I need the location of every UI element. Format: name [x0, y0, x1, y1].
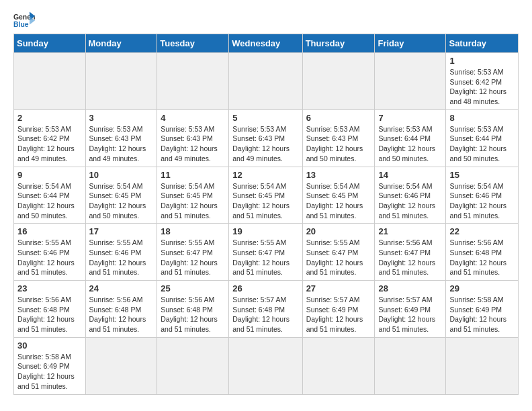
calendar-cell: 10Sunrise: 5:54 AMSunset: 6:45 PMDayligh… — [85, 167, 157, 224]
calendar-cell: 8Sunrise: 5:53 AMSunset: 6:44 PMDaylight… — [446, 109, 519, 167]
calendar-cell: 7Sunrise: 5:53 AMSunset: 6:44 PMDaylight… — [375, 109, 446, 167]
calendar-cell: 13Sunrise: 5:54 AMSunset: 6:45 PMDayligh… — [302, 167, 375, 224]
calendar-cell: 6Sunrise: 5:53 AMSunset: 6:43 PMDaylight… — [302, 109, 375, 167]
calendar-cell — [375, 337, 446, 394]
day-info: Sunrise: 5:57 AMSunset: 6:49 PMDaylight:… — [378, 295, 442, 334]
svg-text:Blue: Blue — [13, 21, 29, 28]
weekday-header-friday: Friday — [375, 34, 446, 53]
day-number: 8 — [449, 113, 515, 123]
day-info: Sunrise: 5:57 AMSunset: 6:48 PMDaylight:… — [232, 295, 298, 334]
day-number: 6 — [306, 113, 371, 123]
day-number: 7 — [378, 113, 442, 123]
calendar-cell: 30Sunrise: 5:58 AMSunset: 6:49 PMDayligh… — [14, 337, 86, 394]
day-info: Sunrise: 5:55 AMSunset: 6:46 PMDaylight:… — [89, 238, 154, 277]
day-number: 26 — [232, 283, 298, 293]
day-info: Sunrise: 5:58 AMSunset: 6:49 PMDaylight:… — [449, 295, 515, 334]
weekday-header-row: SundayMondayTuesdayWednesdayThursdayFrid… — [14, 34, 519, 53]
day-info: Sunrise: 5:54 AMSunset: 6:44 PMDaylight:… — [17, 181, 82, 221]
day-info: Sunrise: 5:54 AMSunset: 6:45 PMDaylight:… — [306, 181, 371, 221]
weekday-header-saturday: Saturday — [446, 34, 519, 53]
calendar-cell — [446, 337, 519, 394]
day-number: 15 — [449, 170, 515, 180]
day-number: 9 — [17, 170, 82, 180]
calendar-cell: 21Sunrise: 5:56 AMSunset: 6:47 PMDayligh… — [375, 224, 446, 281]
calendar-cell — [85, 337, 157, 394]
day-info: Sunrise: 5:54 AMSunset: 6:46 PMDaylight:… — [449, 181, 515, 221]
weekday-header-tuesday: Tuesday — [157, 34, 229, 53]
day-info: Sunrise: 5:55 AMSunset: 6:47 PMDaylight:… — [306, 238, 371, 277]
weekday-header-wednesday: Wednesday — [229, 34, 302, 53]
day-info: Sunrise: 5:56 AMSunset: 6:48 PMDaylight:… — [17, 295, 82, 334]
calendar-cell: 27Sunrise: 5:57 AMSunset: 6:49 PMDayligh… — [302, 281, 375, 338]
calendar-week-row: 1Sunrise: 5:53 AMSunset: 6:42 PMDaylight… — [14, 53, 519, 110]
day-info: Sunrise: 5:56 AMSunset: 6:48 PMDaylight:… — [449, 238, 515, 277]
day-number: 14 — [378, 170, 442, 180]
day-info: Sunrise: 5:53 AMSunset: 6:42 PMDaylight:… — [449, 67, 515, 107]
day-info: Sunrise: 5:55 AMSunset: 6:47 PMDaylight:… — [232, 238, 298, 277]
weekday-header-thursday: Thursday — [302, 34, 375, 53]
calendar-cell — [302, 337, 375, 394]
day-number: 25 — [161, 283, 225, 293]
calendar-cell: 3Sunrise: 5:53 AMSunset: 6:43 PMDaylight… — [85, 109, 157, 167]
calendar-cell: 15Sunrise: 5:54 AMSunset: 6:46 PMDayligh… — [446, 167, 519, 224]
day-number: 21 — [378, 226, 442, 236]
day-number: 30 — [17, 340, 82, 351]
day-number: 18 — [161, 226, 225, 236]
calendar-cell: 14Sunrise: 5:54 AMSunset: 6:46 PMDayligh… — [375, 167, 446, 224]
day-info: Sunrise: 5:56 AMSunset: 6:48 PMDaylight:… — [89, 295, 154, 334]
calendar-cell: 18Sunrise: 5:55 AMSunset: 6:47 PMDayligh… — [157, 224, 229, 281]
weekday-header-monday: Monday — [85, 34, 157, 53]
calendar-cell — [14, 53, 86, 110]
calendar-cell: 20Sunrise: 5:55 AMSunset: 6:47 PMDayligh… — [302, 224, 375, 281]
day-info: Sunrise: 5:54 AMSunset: 6:45 PMDaylight:… — [232, 181, 298, 221]
day-number: 29 — [449, 283, 515, 293]
day-number: 4 — [161, 113, 225, 123]
calendar-cell: 24Sunrise: 5:56 AMSunset: 6:48 PMDayligh… — [85, 281, 157, 338]
day-info: Sunrise: 5:53 AMSunset: 6:44 PMDaylight:… — [378, 124, 442, 164]
day-info: Sunrise: 5:56 AMSunset: 6:48 PMDaylight:… — [161, 295, 225, 334]
logo-icon: General Blue — [13, 11, 35, 30]
day-info: Sunrise: 5:55 AMSunset: 6:46 PMDaylight:… — [17, 238, 82, 277]
day-number: 1 — [449, 56, 515, 66]
calendar-cell: 16Sunrise: 5:55 AMSunset: 6:46 PMDayligh… — [14, 224, 86, 281]
day-info: Sunrise: 5:53 AMSunset: 6:43 PMDaylight:… — [306, 124, 371, 164]
calendar-cell — [85, 53, 157, 110]
day-info: Sunrise: 5:56 AMSunset: 6:47 PMDaylight:… — [378, 238, 442, 277]
day-info: Sunrise: 5:54 AMSunset: 6:46 PMDaylight:… — [378, 181, 442, 221]
day-number: 24 — [89, 283, 154, 293]
day-number: 10 — [89, 170, 154, 180]
logo: General Blue — [13, 11, 35, 30]
day-number: 12 — [232, 170, 298, 180]
day-number: 23 — [17, 283, 82, 293]
day-number: 13 — [306, 170, 371, 180]
page-header: General Blue — [13, 11, 519, 30]
calendar-week-row: 23Sunrise: 5:56 AMSunset: 6:48 PMDayligh… — [14, 281, 519, 338]
day-number: 5 — [232, 113, 298, 123]
day-number: 19 — [232, 226, 298, 236]
day-info: Sunrise: 5:57 AMSunset: 6:49 PMDaylight:… — [306, 295, 371, 334]
day-info: Sunrise: 5:58 AMSunset: 6:49 PMDaylight:… — [17, 352, 82, 392]
calendar-cell: 17Sunrise: 5:55 AMSunset: 6:46 PMDayligh… — [85, 224, 157, 281]
calendar-cell: 11Sunrise: 5:54 AMSunset: 6:45 PMDayligh… — [157, 167, 229, 224]
day-info: Sunrise: 5:53 AMSunset: 6:43 PMDaylight:… — [232, 124, 298, 164]
calendar-cell: 23Sunrise: 5:56 AMSunset: 6:48 PMDayligh… — [14, 281, 86, 338]
day-info: Sunrise: 5:55 AMSunset: 6:47 PMDaylight:… — [161, 238, 225, 277]
calendar-cell — [157, 53, 229, 110]
day-number: 16 — [17, 226, 82, 236]
calendar-week-row: 16Sunrise: 5:55 AMSunset: 6:46 PMDayligh… — [14, 224, 519, 281]
day-info: Sunrise: 5:53 AMSunset: 6:42 PMDaylight:… — [17, 124, 82, 164]
calendar-cell: 12Sunrise: 5:54 AMSunset: 6:45 PMDayligh… — [229, 167, 302, 224]
day-number: 17 — [89, 226, 154, 236]
calendar-cell: 19Sunrise: 5:55 AMSunset: 6:47 PMDayligh… — [229, 224, 302, 281]
calendar-cell: 1Sunrise: 5:53 AMSunset: 6:42 PMDaylight… — [446, 53, 519, 110]
calendar-cell — [157, 337, 229, 394]
calendar-cell: 2Sunrise: 5:53 AMSunset: 6:42 PMDaylight… — [14, 109, 86, 167]
day-info: Sunrise: 5:53 AMSunset: 6:43 PMDaylight:… — [89, 124, 154, 164]
calendar-cell: 29Sunrise: 5:58 AMSunset: 6:49 PMDayligh… — [446, 281, 519, 338]
weekday-header-sunday: Sunday — [14, 34, 86, 53]
calendar-cell: 26Sunrise: 5:57 AMSunset: 6:48 PMDayligh… — [229, 281, 302, 338]
calendar-week-row: 30Sunrise: 5:58 AMSunset: 6:49 PMDayligh… — [14, 337, 519, 394]
calendar-cell — [302, 53, 375, 110]
day-number: 2 — [17, 113, 82, 123]
calendar-cell — [229, 337, 302, 394]
